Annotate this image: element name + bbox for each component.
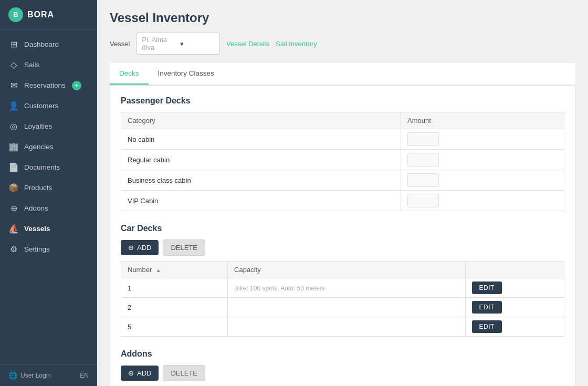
- car-decks-toolbar: ⊕ ADD DELETE: [121, 239, 564, 256]
- vessel-label: Vessel: [110, 40, 130, 48]
- main-content: Vessel Inventory Vessel Pl. Alma diva ▾ …: [97, 0, 588, 386]
- table-row: Regular cabin: [121, 150, 564, 170]
- documents-icon: 📄: [8, 162, 19, 172]
- amount-input[interactable]: [407, 132, 439, 146]
- sidebar-item-label: Reservations: [24, 81, 66, 89]
- action-cell: EDIT: [465, 317, 564, 337]
- settings-icon: ⚙: [8, 244, 19, 254]
- plus-icon: ⊕: [128, 369, 134, 377]
- category-cell: Regular cabin: [121, 150, 401, 170]
- user-login-label: User Login: [20, 372, 51, 379]
- tab-decks[interactable]: Decks: [110, 63, 149, 85]
- edit-button[interactable]: EDIT: [472, 301, 502, 314]
- amount-cell: [401, 129, 564, 150]
- sidebar-item-dashboard[interactable]: ⊞ Dashboard: [0, 34, 97, 55]
- col-capacity: Capacity: [228, 262, 465, 278]
- col-number: Number ▲: [121, 262, 228, 278]
- edit-button[interactable]: EDIT: [472, 320, 502, 333]
- sidebar: B BORA ⊞ Dashboard ◇ Sails ✉ Reservation…: [0, 0, 97, 386]
- sidebar-item-label: Customers: [24, 102, 58, 110]
- addons-add-button[interactable]: ⊕ ADD: [121, 366, 159, 381]
- sidebar-item-label: Settings: [24, 245, 50, 253]
- sail-inventory-link[interactable]: Sail Inventory: [276, 40, 317, 48]
- vessel-bar: Vessel Pl. Alma diva ▾ Vessel Details Sa…: [110, 33, 575, 55]
- sidebar-item-label: Dashboard: [24, 40, 59, 48]
- sidebar-item-customers[interactable]: 👤 Customers: [0, 96, 97, 116]
- sidebar-item-vessels[interactable]: ⛵ Vessels: [0, 218, 97, 239]
- category-cell: Business class cabin: [121, 170, 401, 191]
- vessel-details-link[interactable]: Vessel Details: [226, 40, 269, 48]
- sidebar-item-reservations[interactable]: ✉ Reservations +: [0, 75, 97, 96]
- logo-icon: B: [8, 7, 23, 22]
- car-decks-add-button[interactable]: ⊕ ADD: [121, 240, 159, 255]
- app-name: BORA: [27, 10, 54, 19]
- sidebar-item-documents[interactable]: 📄 Documents: [0, 157, 97, 178]
- user-icon: 🌐: [8, 371, 17, 380]
- sidebar-item-label: Documents: [24, 163, 60, 171]
- car-decks-title: Car Decks: [121, 224, 564, 233]
- language-label: EN: [80, 372, 89, 379]
- dashboard-icon: ⊞: [8, 39, 19, 49]
- sidebar-item-products[interactable]: 📦 Products: [0, 178, 97, 198]
- content-area: Decks Inventory Classes Passenger Decks …: [110, 63, 575, 386]
- reservations-icon: ✉: [8, 80, 19, 90]
- passenger-decks-table: Category Amount No cabin Regular cabin: [121, 112, 564, 211]
- number-cell: 2: [121, 298, 228, 317]
- capacity-cell: Bike: 100 spots, Auto: 50 meters: [228, 278, 465, 298]
- car-decks-section: Car Decks ⊕ ADD DELETE Number ▲ Capacity: [121, 224, 564, 337]
- col-category: Category: [121, 112, 401, 129]
- amount-input[interactable]: [407, 153, 439, 166]
- sails-icon: ◇: [8, 60, 19, 70]
- tab-inventory-classes[interactable]: Inventory Classes: [149, 63, 224, 85]
- addons-title: Addons: [121, 349, 564, 359]
- user-info[interactable]: 🌐 User Login: [8, 371, 51, 380]
- table-row: 5 EDIT: [121, 317, 564, 337]
- capacity-cell: [228, 298, 465, 317]
- edit-button[interactable]: EDIT: [472, 281, 502, 294]
- number-cell: 1: [121, 278, 228, 298]
- amount-cell: [401, 191, 564, 211]
- sidebar-item-sails[interactable]: ◇ Sails: [0, 55, 97, 75]
- number-cell: 5: [121, 317, 228, 337]
- sidebar-item-agencies[interactable]: 🏢 Agencies: [0, 137, 97, 157]
- category-cell: VIP Cabin: [121, 191, 401, 211]
- sidebar-item-label: Products: [24, 184, 52, 192]
- addons-icon: ⊕: [8, 203, 19, 213]
- addons-delete-button[interactable]: DELETE: [163, 365, 205, 381]
- sidebar-item-loyalties[interactable]: ◎ Loyalties: [0, 116, 97, 137]
- agencies-icon: 🏢: [8, 142, 19, 152]
- col-actions: [465, 262, 564, 278]
- passenger-decks-title: Passenger Decks: [121, 96, 564, 106]
- vessel-select[interactable]: Pl. Alma diva ▾: [136, 33, 220, 55]
- sidebar-item-label: Addons: [24, 204, 48, 212]
- table-row: Business class cabin: [121, 170, 564, 191]
- table-row: 2 EDIT: [121, 298, 564, 317]
- app-logo[interactable]: B BORA: [0, 0, 97, 30]
- amount-input[interactable]: [407, 194, 439, 207]
- sidebar-nav: ⊞ Dashboard ◇ Sails ✉ Reservations + 👤 C…: [0, 30, 97, 364]
- decks-panel: Passenger Decks Category Amount No cabin: [110, 85, 575, 386]
- tabs-bar: Decks Inventory Classes: [110, 63, 575, 85]
- chevron-down-icon: ▾: [180, 40, 214, 48]
- vessels-icon: ⛵: [8, 224, 19, 234]
- action-cell: EDIT: [465, 298, 564, 317]
- car-decks-delete-button[interactable]: DELETE: [163, 239, 205, 256]
- sidebar-item-label: Loyalties: [24, 122, 52, 130]
- sidebar-footer: 🌐 User Login EN: [0, 364, 97, 386]
- amount-input[interactable]: [407, 173, 439, 187]
- table-row: VIP Cabin: [121, 191, 564, 211]
- plus-icon: ⊕: [128, 244, 134, 252]
- sidebar-item-addons[interactable]: ⊕ Addons: [0, 198, 97, 218]
- car-decks-table: Number ▲ Capacity 1 Bike: 100 spots, Aut…: [121, 261, 564, 337]
- amount-cell: [401, 150, 564, 170]
- category-cell: No cabin: [121, 129, 401, 150]
- customers-icon: 👤: [8, 101, 19, 111]
- addons-section: Addons ⊕ ADD DELETE Title ▲ Capacity: [121, 349, 564, 386]
- sidebar-item-settings[interactable]: ⚙ Settings: [0, 239, 97, 259]
- table-header-row: Category Amount: [121, 112, 564, 129]
- loyalties-icon: ◎: [8, 121, 19, 131]
- addons-toolbar: ⊕ ADD DELETE: [121, 365, 564, 381]
- vessel-select-value: Pl. Alma diva: [142, 36, 176, 51]
- sidebar-item-label: Agencies: [24, 143, 54, 151]
- products-icon: 📦: [8, 183, 19, 193]
